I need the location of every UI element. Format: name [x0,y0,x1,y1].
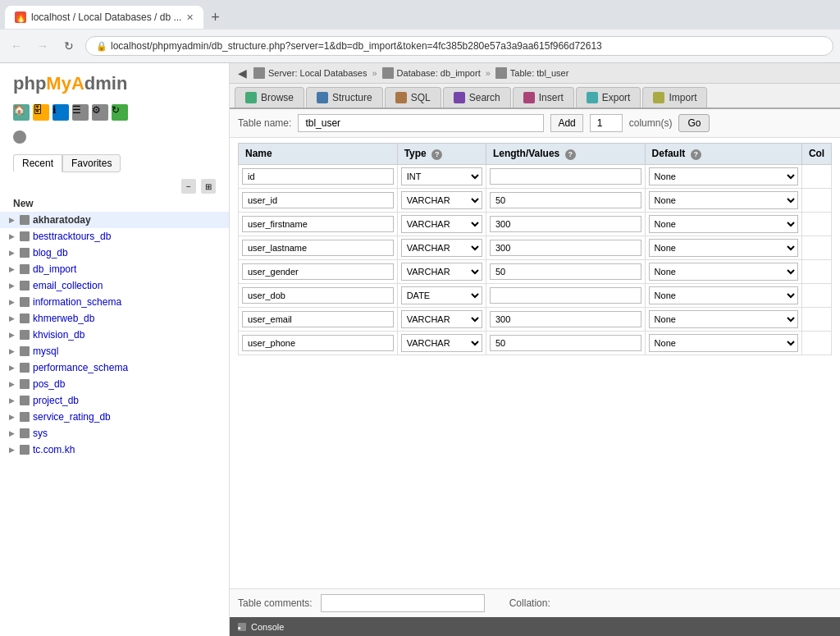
tab-close-button[interactable]: ✕ [186,12,194,23]
length-input[interactable] [490,287,641,304]
collapse-button[interactable]: − [181,179,196,194]
add-button[interactable]: Add [550,114,582,132]
sidebar-item-sys[interactable]: ▶ sys [0,425,229,442]
field-name-input[interactable] [242,192,394,208]
field-name-input[interactable] [242,216,394,232]
length-input[interactable] [490,311,641,327]
new-database-item[interactable]: New [0,195,229,212]
length-input[interactable] [490,240,641,256]
tab-search[interactable]: Search [443,87,511,108]
type-select[interactable]: INTVARCHARTEXTDATEDATETIMEFLOATDOUBLETIN… [401,215,482,233]
default-select[interactable]: NoneCURRENT_TIMESTAMPNULLAs defined [649,215,798,233]
tab-sql[interactable]: SQL [385,87,441,108]
db-link[interactable]: blog_db [33,247,68,259]
db-link[interactable]: khmerweb_db [33,313,94,324]
sidebar-item-besttracktours_db[interactable]: ▶ besttracktours_db [0,228,229,245]
default-select[interactable]: NoneCURRENT_TIMESTAMPNULLAs defined [649,239,798,257]
length-help-icon[interactable]: ? [565,149,576,160]
type-select[interactable]: INTVARCHARTEXTDATEDATETIMEFLOATDOUBLETIN… [401,310,482,328]
back-button[interactable]: ← [7,36,26,56]
db-link[interactable]: akharatoday [33,214,91,226]
type-select[interactable]: INTVARCHARTEXTDATEDATETIMEFLOATDOUBLETIN… [401,239,482,257]
field-name-input[interactable] [242,287,394,304]
home-icon[interactable]: 🏠 [13,104,30,121]
info-icon[interactable]: ℹ [52,104,69,121]
db-link[interactable]: khvision_db [33,329,84,341]
database-icon[interactable]: 🗄 [33,104,49,121]
type-select[interactable]: INTVARCHARTEXTDATEDATETIMEFLOATDOUBLETIN… [401,167,482,185]
length-input[interactable] [490,168,641,185]
sidebar-item-performance_schema[interactable]: ▶ performance_schema [0,359,229,376]
type-select[interactable]: INTVARCHARTEXTDATEDATETIMEFLOATDOUBLETIN… [401,286,482,304]
expand-icon[interactable]: ▶ [7,428,16,438]
tab-structure[interactable]: Structure [306,87,383,108]
breadcrumb-back-button[interactable]: ◀ [238,66,247,80]
db-link[interactable]: besttracktours_db [33,231,111,242]
sync-icon[interactable]: ↻ [112,104,128,121]
length-input[interactable] [490,216,641,232]
sidebar-item-email_collection[interactable]: ▶ email_collection [0,277,229,294]
expand-icon[interactable]: ▶ [7,297,16,307]
length-input[interactable] [490,192,641,208]
expand-icon[interactable]: ▶ [7,231,16,241]
db-link[interactable]: tc.com.kh [33,444,75,455]
go-button[interactable]: Go [678,114,710,132]
sidebar-item-project_db[interactable]: ▶ project_db [0,392,229,409]
field-name-input[interactable] [242,240,394,256]
field-name-input[interactable] [242,311,394,327]
console-bar[interactable]: ▪ Console [230,617,840,636]
db-link[interactable]: email_collection [33,280,103,291]
tab-recent[interactable]: Recent [13,154,62,172]
expand-icon[interactable]: ▶ [7,445,16,455]
sidebar-item-khvision_db[interactable]: ▶ khvision_db [0,327,229,343]
tab-import[interactable]: Import [642,87,707,108]
default-help-icon[interactable]: ? [691,149,701,160]
expand-icon[interactable]: ▶ [7,313,16,323]
field-name-input[interactable] [242,168,394,185]
default-select[interactable]: NoneCURRENT_TIMESTAMPNULLAs defined [649,334,798,352]
sidebar-item-pos_db[interactable]: ▶ pos_db [0,376,229,392]
gear-icon[interactable] [13,130,26,144]
sidebar-item-information_schema[interactable]: ▶ information_schema [0,294,229,310]
default-select[interactable]: NoneCURRENT_TIMESTAMPNULLAs defined [649,167,798,185]
db-link[interactable]: service_rating_db [33,411,111,423]
expand-icon[interactable]: ▶ [7,248,16,258]
expand-icon[interactable]: ▶ [7,379,16,389]
tab-favorites[interactable]: Favorites [62,154,121,172]
type-select[interactable]: INTVARCHARTEXTDATEDATETIMEFLOATDOUBLETIN… [401,191,482,209]
tab-insert[interactable]: Insert [513,87,574,108]
refresh-button[interactable]: ↻ [59,36,79,56]
default-select[interactable]: NoneCURRENT_TIMESTAMPNULLAs defined [649,286,798,304]
field-name-input[interactable] [242,263,394,280]
length-input[interactable] [490,335,641,351]
db-link[interactable]: information_schema [33,296,121,308]
sidebar-item-akharatoday[interactable]: ▶ akharatoday [0,212,229,228]
db-link[interactable]: sys [33,428,48,439]
tab-export[interactable]: Export [576,87,641,108]
sidebar-item-blog_db[interactable]: ▶ blog_db [0,245,229,261]
db-link[interactable]: project_db [33,395,79,406]
table-name-input[interactable] [298,114,544,132]
type-select[interactable]: INTVARCHARTEXTDATEDATETIMEFLOATDOUBLETIN… [401,334,482,352]
default-select[interactable]: NoneCURRENT_TIMESTAMPNULLAs defined [649,310,798,328]
default-select[interactable]: NoneCURRENT_TIMESTAMPNULLAs defined [649,191,798,209]
field-name-input[interactable] [242,335,394,351]
expand-icon[interactable]: ▶ [7,396,16,405]
list-icon[interactable]: ☰ [72,104,89,121]
length-input[interactable] [490,263,641,280]
sidebar-item-db_import[interactable]: ▶ db_import [0,261,229,277]
expand-icon[interactable]: ▶ [7,363,16,373]
type-help-icon[interactable]: ? [431,149,442,160]
expand-icon[interactable]: ▶ [7,346,16,356]
add-columns-input[interactable] [590,114,623,132]
db-link[interactable]: pos_db [33,378,65,390]
expand-icon[interactable]: ▶ [7,281,16,291]
expand-icon[interactable]: ▶ [7,264,16,274]
sidebar-item-mysql[interactable]: ▶ mysql [0,343,229,359]
expand-icon[interactable]: ▶ [7,330,16,340]
settings-icon[interactable]: ⚙ [92,104,108,121]
table-comments-input[interactable] [321,594,485,612]
expand-icon[interactable]: ▶ [7,215,16,225]
new-tab-button[interactable]: + [203,6,226,29]
forward-button[interactable]: → [33,36,52,56]
